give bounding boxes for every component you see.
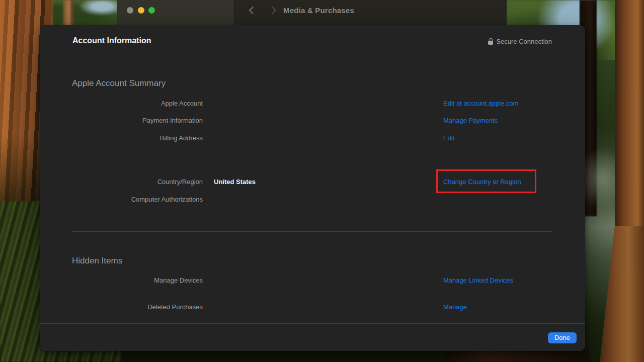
edit-at-account-apple-com-link[interactable]: Edit at account.apple.com [443,99,519,109]
dialog-title: Account Information [72,36,151,45]
row-billing-address: Billing Address Edit [40,133,585,143]
row-apple-account: Apple Account Edit at account.apple.com [40,99,585,109]
manage-payments-link[interactable]: Manage Payments [443,116,498,126]
section-heading-hidden-items: Hidden Items [72,256,122,266]
row-label: Apple Account [77,99,203,109]
wallpaper-topleft-trees [53,0,118,26]
window-sidebar [117,0,234,28]
header-divider [72,54,552,54]
section-heading-apple-account-summary: Apple Account Summary [72,78,166,88]
close-button[interactable] [127,7,133,14]
deleted-purchases-manage-link[interactable]: Manage [443,302,467,312]
window-title: Media & Purchases [283,0,354,21]
minimize-button[interactable] [138,7,144,14]
billing-edit-link[interactable]: Edit [443,133,454,143]
footer-divider [40,323,585,324]
highlight-box [436,169,536,193]
row-label: Payment Information [77,116,203,126]
media-purchases-window: Media & Purchases [117,0,507,28]
account-information-dialog: Account Information Secure Connection Ap… [40,25,585,351]
lock-icon [488,41,493,45]
row-label: Computer Authorizations [77,195,203,205]
back-chevron-icon[interactable] [249,7,257,15]
secure-connection-indicator: Secure Connection [488,38,552,45]
forward-chevron-icon[interactable] [269,7,277,15]
done-button[interactable]: Done [548,332,577,343]
zoom-button[interactable] [148,7,155,14]
row-manage-devices: Manage Devices Manage Linked Devices [40,276,585,286]
row-payment-information: Payment Information Manage Payments [40,116,585,126]
secure-connection-label: Secure Connection [496,38,552,45]
row-label: Billing Address [77,133,203,143]
row-computer-authorizations: Computer Authorizations [40,195,585,205]
row-label: Country/Region [77,177,203,187]
section-divider [72,231,552,232]
manage-linked-devices-link[interactable]: Manage Linked Devices [443,276,513,286]
row-label: Manage Devices [77,276,203,286]
row-label: Deleted Purchases [77,302,203,312]
row-deleted-purchases: Deleted Purchases Manage [40,302,585,312]
country-region-value: United States [214,177,256,187]
